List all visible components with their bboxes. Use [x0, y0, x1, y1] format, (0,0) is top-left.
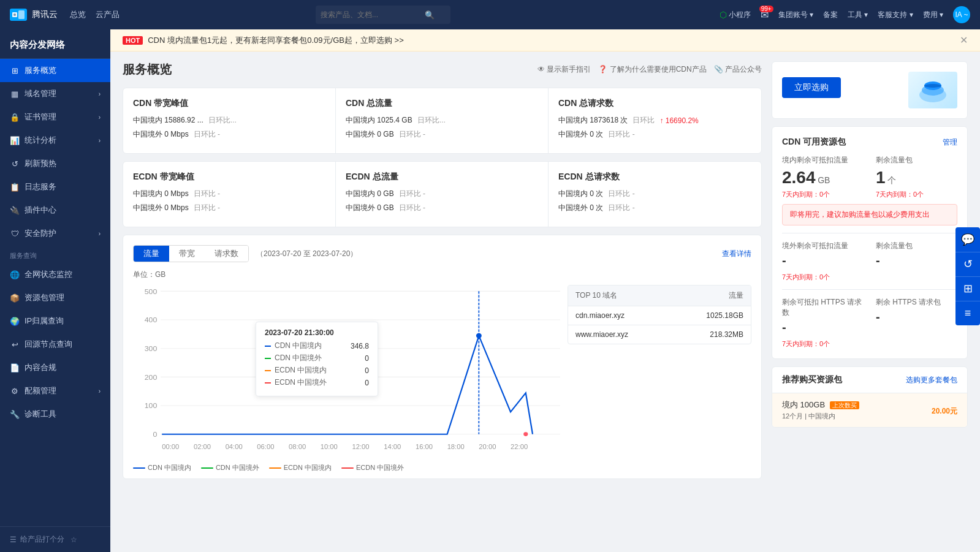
sidebar-item-plugin[interactable]: 🔌 插件中心 [0, 198, 110, 222]
tooltip-label-2: ECDN 中国境内 [275, 365, 361, 376]
plugin-icon: 🔌 [10, 205, 20, 215]
legend-label-ecdn-domestic: ECDN 中国境内 [284, 463, 332, 472]
ecdn-flow-domestic-compare: 日环比 - [399, 189, 425, 199]
cdn-req-title: CDN 总请求数 [558, 98, 751, 109]
legend-dot-cdn-overseas [201, 467, 213, 469]
tools-link[interactable]: 工具 ▾ [848, 10, 868, 20]
tooltip-dot-3 [265, 382, 271, 384]
sidebar-item-monitor[interactable]: 🌐 全网状态监控 [0, 263, 110, 286]
tab-traffic[interactable]: 流量 [134, 246, 169, 262]
chart-section: 流量 带宽 请求数 （2023-07-20 至 2023-07-20） 查看详情… [123, 235, 762, 479]
sidebar-item-domain[interactable]: ▦ 域名管理 › [0, 82, 110, 105]
recommend-item-tag: 上次数买 [827, 401, 859, 409]
top-domains: TOP 10 域名 流量 cdn.miaoer.xyz 1025.18GB ww… [568, 285, 751, 469]
why-cdn-link[interactable]: ❓ 了解为什么需要使用CDN产品 [598, 64, 706, 75]
ecdn-peak-overseas-row: 中国境外 0 Mbps 日环比 - [133, 203, 325, 213]
sidebar-item-log[interactable]: 📋 日志服务 [0, 175, 110, 198]
mini-program-link[interactable]: ⬡ 小程序 [720, 10, 751, 20]
resource-manage-link[interactable]: 管理 [943, 137, 957, 148]
recommend-tag: 上次数买 [830, 401, 859, 409]
cdn-peak-card: CDN 带宽峰值 中国境内 15886.92 ... 日环比... 中国境外 0… [123, 88, 336, 153]
recommend-more-link[interactable]: 选购更多套餐包 [906, 375, 957, 385]
sidebar-item-refresh[interactable]: ↺ 刷新预热 [0, 152, 110, 175]
top-nav-right: ⬡ 小程序 ✉ 99+ 集团账号 ▾ 备案 工具 ▾ 客服支持 ▾ 费用 ▾ I… [720, 6, 970, 23]
refresh-icon: ↺ [10, 159, 20, 168]
recommend-card: 推荐购买资源包 选购更多套餐包 境内 100GB 上次数买 12个月 | 中国境… [772, 366, 968, 428]
sidebar-item-cert[interactable]: 🔒 证书管理 › [0, 105, 110, 129]
customer-service-btn[interactable]: 💬 [955, 227, 980, 252]
recommend-price: 20.00元 [932, 404, 957, 417]
sidebar-item-security[interactable]: 🛡 安全防护 › [0, 222, 110, 245]
promo-image [908, 72, 957, 108]
package-icon: 📦 [10, 293, 20, 303]
sidebar-item-ip[interactable]: 🌍 IP归属查询 [0, 309, 110, 333]
record-link[interactable]: 备案 [823, 10, 838, 20]
tooltip-val-2: 0 [365, 366, 369, 375]
team-account-link[interactable]: 集团账号 ▾ [778, 10, 813, 20]
sidebar-item-diagnose[interactable]: 🔧 诊断工具 [0, 403, 110, 426]
remain-pack-value: 1 个 [876, 168, 957, 187]
ecdn-flow-overseas-row: 中国境外 0 GB 日环比 - [346, 203, 538, 213]
cloud-product-link[interactable]: 云产品 [96, 9, 120, 20]
grid-float-btn[interactable]: ⊞ [955, 276, 980, 301]
tooltip-val-0: 346.8 [351, 342, 369, 350]
refresh-float-btn[interactable]: ↺ [955, 252, 980, 276]
notification-btn[interactable]: ✉ 99+ [761, 9, 769, 21]
domain-value-0: 1025.18GB [688, 311, 743, 320]
chart-detail-link[interactable]: 查看详情 [722, 249, 751, 259]
menu-float-btn[interactable]: ≡ [955, 301, 980, 325]
svg-text:12:00: 12:00 [352, 443, 369, 450]
chart-tooltip: 2023-07-20 21:30:00 CDN 中国境内 346.8 CDN 中… [256, 322, 378, 396]
recommend-item-title: 境内 100GB [782, 400, 825, 409]
page-header: 服务概览 👁 显示新手指引 ❓ 了解为什么需要使用CDN产品 📎 产品公众号 [123, 61, 762, 78]
recommend-title: 推荐购买资源包 [782, 374, 842, 385]
home-link[interactable]: 总览 [70, 9, 86, 20]
svg-text:20:00: 20:00 [479, 443, 496, 450]
legend-label-cdn-overseas: CDN 中国境外 [216, 463, 259, 472]
public-account-link[interactable]: 📎 产品公众号 [714, 64, 762, 75]
sidebar-item-overview[interactable]: ⊞ 服务概览 [0, 59, 110, 82]
buy-button[interactable]: 立即选购 [782, 77, 841, 98]
tooltip-label-1: CDN 中国境外 [275, 353, 361, 363]
tooltip-time: 2023-07-20 21:30:00 [265, 328, 369, 337]
search-bar: 🔍 [316, 6, 450, 24]
avatar[interactable]: IA ~ [953, 6, 970, 23]
overseas-flow-row: 境外剩余可抵扣流量 - 剩余流量包 - [782, 241, 957, 268]
tooltip-row-3: ECDN 中国境外 0 [265, 377, 369, 388]
search-icon[interactable]: 🔍 [425, 10, 435, 20]
ecdn-flow-overseas-compare: 日环比 - [399, 203, 425, 213]
overseas-flow-col: 境外剩余可抵扣流量 - [782, 241, 864, 268]
domain-name-1: www.miaoer.xyz [575, 330, 688, 339]
https-pack-value: - [876, 310, 957, 324]
support-link[interactable]: 客服支持 ▾ [878, 10, 913, 20]
resource-card-title: CDN 可用资源包 [782, 137, 846, 148]
sidebar-item-comply[interactable]: 📄 内容合规 [0, 356, 110, 379]
sidebar-item-analysis[interactable]: 📊 统计分析 › [0, 129, 110, 152]
chart-date-range: （2023-07-20 至 2023-07-20） [256, 249, 357, 259]
svg-text:04:00: 04:00 [226, 443, 243, 450]
ecdn-req-title: ECDN 总请求数 [558, 172, 751, 183]
service-query-label: 服务查询 [0, 245, 110, 263]
tab-requests[interactable]: 请求数 [205, 246, 248, 262]
sidebar-bottom[interactable]: ☰ 给产品打个分 ☆ [0, 526, 110, 552]
banner-close-icon[interactable]: ✕ [960, 34, 968, 46]
logo[interactable]: 腾讯云 [10, 9, 58, 21]
recommend-item: 境内 100GB 上次数买 12个月 | 中国境内 20.00元 [772, 393, 967, 427]
legend-cdn-overseas: CDN 中国境外 [201, 463, 259, 472]
resource-card-header: CDN 可用资源包 管理 [782, 137, 957, 148]
sidebar-item-package[interactable]: 📦 资源包管理 [0, 286, 110, 309]
search-input[interactable] [321, 10, 425, 19]
banner-text[interactable]: CDN 境内流量包1元起，更有新老同享套餐包0.09元/GB起，立即选购 >> [148, 35, 404, 46]
tab-bandwidth[interactable]: 带宽 [169, 246, 205, 262]
fee-link[interactable]: 费用 ▾ [923, 10, 943, 20]
log-icon: 📋 [10, 182, 20, 192]
svg-point-28 [476, 333, 482, 338]
domain-name-0: cdn.miaoer.xyz [575, 311, 688, 320]
banner: HOT CDN 境内流量包1元起，更有新老同享套餐包0.09元/GB起，立即选购… [110, 29, 980, 51]
tooltip-row-1: CDN 中国境外 0 [265, 353, 369, 363]
sidebar-item-quota[interactable]: ⚙ 配额管理 › [0, 379, 110, 403]
svg-text:300: 300 [145, 344, 158, 352]
show-guide-link[interactable]: 👁 显示新手指引 [537, 64, 591, 75]
page-title: 服务概览 [123, 61, 172, 78]
sidebar-item-node[interactable]: ↩ 回源节点查询 [0, 333, 110, 356]
